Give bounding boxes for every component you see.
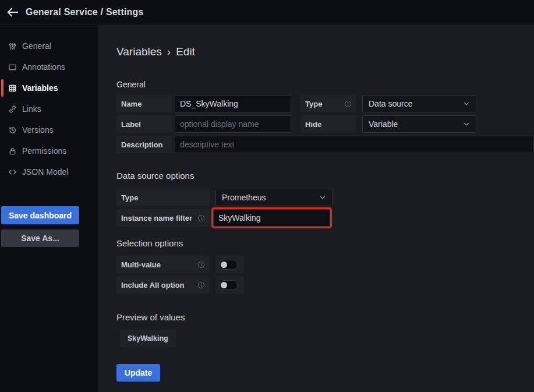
include-all-label: Include All option: [116, 276, 210, 294]
link-icon: [8, 104, 17, 114]
settings-sidebar: General Annotations Variables Links: [0, 25, 98, 392]
sidebar-item-label: Permissions: [22, 146, 66, 156]
multi-value-toggle[interactable]: [215, 256, 244, 273]
chevron-down-icon: [463, 121, 470, 128]
save-as-button[interactable]: Save As...: [1, 229, 79, 247]
multi-value-label: Multi-value: [116, 256, 210, 273]
info-circle-icon[interactable]: [197, 281, 205, 289]
variable-label-input[interactable]: [175, 115, 291, 133]
data-source-options-heading: Data source options: [116, 171, 534, 181]
description-row: Description: [116, 136, 534, 153]
toggle-knob: [221, 282, 227, 288]
info-circle-icon[interactable]: [344, 100, 352, 108]
sidebar-item-label: Links: [22, 104, 41, 114]
datasource-type-label: Type: [116, 189, 210, 206]
breadcrumb-section[interactable]: Variables: [116, 45, 162, 58]
sidebar-item-label: Variables: [22, 83, 58, 93]
sidebar-item-general[interactable]: General: [0, 36, 98, 56]
multi-value-row: Multi-value: [116, 256, 534, 273]
sidebar-item-permissions[interactable]: Permissions: [0, 140, 98, 161]
hide-select[interactable]: Variable: [362, 115, 476, 133]
include-all-toggle[interactable]: [215, 276, 244, 294]
info-circle-icon[interactable]: [197, 261, 205, 269]
top-header-bar: General Service / Settings: [0, 0, 534, 25]
sidebar-item-versions[interactable]: Versions: [0, 119, 98, 140]
variable-name-input[interactable]: [175, 95, 291, 112]
name-row: Name Type Data source: [116, 95, 534, 112]
page-title: General Service / Settings: [26, 7, 144, 17]
instance-name-filter-input[interactable]: [213, 209, 330, 227]
sidebar-item-label: Versions: [22, 125, 54, 135]
sidebar-item-json-model[interactable]: JSON Model: [0, 161, 98, 182]
back-arrow-icon[interactable]: [0, 0, 26, 25]
update-button[interactable]: Update: [116, 364, 160, 382]
sidebar-item-label: Annotations: [22, 62, 65, 72]
instance-name-filter-row: Instance name filter: [116, 209, 534, 227]
datasource-type-select[interactable]: Prometheus: [215, 189, 333, 206]
sidebar-item-annotations[interactable]: Annotations: [0, 56, 98, 77]
label-label: Label: [116, 115, 172, 133]
sidebar-item-variables[interactable]: Variables: [0, 77, 98, 98]
type-label: Type: [300, 95, 356, 112]
name-label: Name: [116, 95, 172, 112]
sidebar-item-label: General: [22, 41, 51, 51]
variables-grid-icon: [8, 83, 17, 93]
history-icon: [8, 125, 17, 135]
annotation-icon: [8, 62, 17, 72]
sidebar-item-label: JSON Model: [22, 167, 68, 176]
include-all-row: Include All option: [116, 276, 534, 294]
sidebar-item-links[interactable]: Links: [0, 98, 98, 119]
save-dashboard-button[interactable]: Save dashboard: [1, 206, 79, 224]
toggle-track: [219, 280, 238, 290]
variable-description-input[interactable]: [175, 136, 534, 153]
hide-label: Hide: [300, 115, 356, 133]
general-section-heading: General: [116, 80, 534, 89]
datasource-type-row: Type Prometheus: [116, 189, 534, 206]
breadcrumb-separator: ›: [167, 45, 171, 58]
label-row: Label Hide Variable: [116, 115, 534, 133]
breadcrumb: Variables›Edit: [116, 45, 534, 58]
toggle-knob: [221, 262, 227, 268]
chevron-down-icon: [319, 194, 326, 201]
toggle-track: [219, 260, 238, 270]
breadcrumb-page: Edit: [176, 45, 195, 58]
variable-type-select[interactable]: Data source: [362, 95, 476, 112]
code-brackets-icon: [8, 167, 17, 176]
active-indicator-bar: [1, 79, 3, 97]
info-circle-icon[interactable]: [197, 214, 205, 222]
variables-edit-panel: Variables›Edit General Name Type: [98, 25, 534, 392]
sliders-icon: [8, 41, 17, 51]
selection-options-heading: Selection options: [116, 238, 534, 249]
preview-of-values-heading: Preview of values: [116, 312, 534, 323]
instance-name-filter-label: Instance name filter: [116, 209, 210, 227]
preview-value-chip: SkyWalking: [120, 330, 176, 347]
description-label: Description: [116, 136, 172, 153]
lock-icon: [8, 146, 17, 156]
chevron-down-icon: [463, 100, 470, 107]
